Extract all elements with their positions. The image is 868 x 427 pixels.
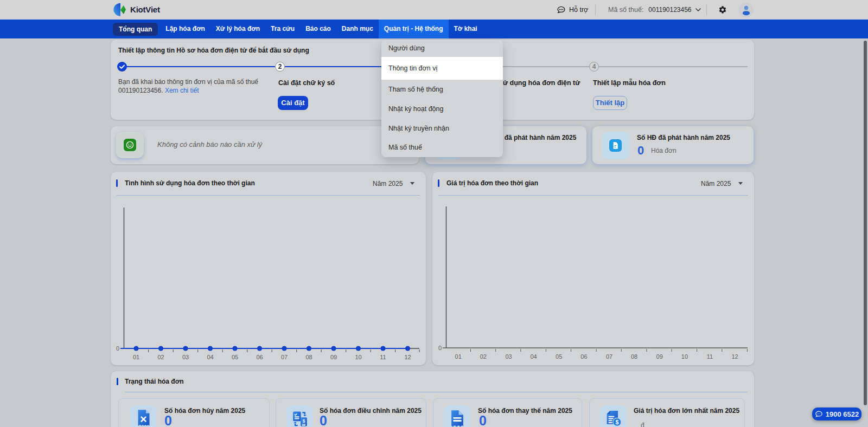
svg-text:12: 12 xyxy=(731,353,738,360)
svg-text:$: $ xyxy=(615,419,618,425)
svg-text:03: 03 xyxy=(505,353,512,360)
svg-text:09: 09 xyxy=(656,353,663,360)
svg-text:10: 10 xyxy=(681,353,688,360)
svg-text:05: 05 xyxy=(232,354,238,360)
svg-text:09: 09 xyxy=(330,354,337,360)
svg-text:08: 08 xyxy=(305,354,312,360)
svg-text:02: 02 xyxy=(157,354,164,360)
svg-text:03: 03 xyxy=(182,354,189,360)
svg-text:01: 01 xyxy=(133,354,139,360)
svg-text:12: 12 xyxy=(404,354,411,360)
svg-text:02: 02 xyxy=(480,353,487,360)
svg-text:06: 06 xyxy=(256,354,263,360)
svg-text:07: 07 xyxy=(606,353,612,360)
svg-text:01: 01 xyxy=(455,353,462,360)
svg-text:11: 11 xyxy=(380,354,386,360)
svg-text:08: 08 xyxy=(631,353,637,360)
svg-text:10: 10 xyxy=(355,354,361,360)
svg-text:07: 07 xyxy=(281,354,288,360)
svg-text:11: 11 xyxy=(707,353,713,360)
svg-text:04: 04 xyxy=(207,354,213,360)
svg-text:06: 06 xyxy=(580,353,587,360)
svg-text:04: 04 xyxy=(530,353,537,360)
svg-text:0: 0 xyxy=(438,345,442,351)
svg-text:05: 05 xyxy=(556,353,562,360)
svg-text:$: $ xyxy=(302,418,305,424)
svg-text:0: 0 xyxy=(116,345,119,352)
